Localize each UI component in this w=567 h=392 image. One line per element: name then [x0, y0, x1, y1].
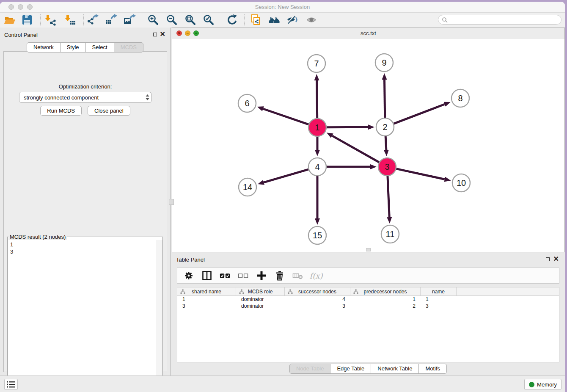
graph-node-9[interactable]: 9 [375, 54, 393, 72]
graph-edge-1-6[interactable] [263, 109, 308, 124]
function-builder-icon: f(x) [311, 270, 322, 281]
run-mcds-button[interactable]: Run MCDS [40, 106, 82, 116]
graph-edge-3-10[interactable] [396, 169, 444, 179]
table-panel-header: Table Panel ✕ [172, 256, 565, 264]
settings-gear-icon[interactable] [183, 270, 194, 281]
search-input[interactable] [449, 17, 561, 23]
control-panel-tabs: NetworkStyleSelectMCDS [0, 42, 171, 52]
table-cell: 1 [177, 296, 236, 302]
graph-node-11[interactable]: 11 [381, 225, 399, 243]
memory-status-icon [529, 382, 534, 387]
table-tabs: Node TableEdge TableNetwork TableMotifs [172, 364, 565, 374]
graph-node-15[interactable]: 15 [308, 226, 326, 244]
graph-node-14[interactable]: 14 [239, 178, 256, 196]
import-table-icon[interactable] [63, 14, 76, 26]
table-body: 1dominator4113dominator323 [177, 296, 559, 309]
graph-node-1[interactable]: 1 [308, 119, 326, 136]
select-all-checks-icon[interactable] [220, 270, 231, 281]
graph-node-8[interactable]: 8 [451, 89, 469, 107]
toolbar-separator [222, 14, 222, 25]
add-column-icon[interactable] [256, 270, 267, 281]
close-table-panel-icon[interactable]: ✕ [553, 255, 559, 263]
mcds-panel-body: Optimization criterion: strongly connect… [3, 51, 167, 372]
graph-edge-3-1[interactable] [332, 136, 379, 163]
tab-network[interactable]: Network [27, 42, 61, 52]
column-header-successor-nodes[interactable]: successor nodes [285, 287, 350, 295]
svg-text:15: 15 [313, 231, 322, 240]
show-all-networks-icon[interactable] [268, 14, 281, 26]
graph-edge-2-3[interactable] [385, 136, 386, 150]
svg-text:7: 7 [314, 59, 319, 68]
table-panel-title: Table Panel [176, 257, 205, 263]
node-table: shared nameMCDS rolesuccessor nodesprede… [177, 287, 559, 362]
deselect-all-checks-icon[interactable] [238, 270, 249, 281]
export-image-icon[interactable] [123, 14, 136, 26]
window-titlebar: Session: New Session [0, 2, 565, 13]
hide-selected-icon[interactable] [286, 14, 299, 26]
optimization-select[interactable]: strongly connected component [19, 92, 151, 103]
graph-edge-1-7[interactable] [317, 80, 317, 118]
task-history-button[interactable] [4, 379, 18, 390]
table-panel: Table Panel ✕ f(x) shared nameMCDS roles… [172, 253, 565, 378]
float-panel-icon[interactable] [153, 33, 157, 36]
close-panel-button[interactable]: Close panel [88, 106, 130, 116]
optimization-criterion-label: Optimization criterion: [4, 83, 167, 90]
column-header-predecessor-nodes[interactable]: predecessor nodes [350, 287, 421, 295]
network-canvas[interactable]: 7968124314101511 [172, 39, 564, 252]
tab-edge-table[interactable]: Edge Table [330, 364, 371, 374]
apply-layout-icon[interactable] [226, 14, 239, 26]
show-column-icon[interactable] [201, 270, 212, 281]
graph-node-2[interactable]: 2 [376, 118, 394, 136]
status-bar: Memory [0, 375, 565, 392]
search-field[interactable] [438, 15, 561, 25]
column-header-shared-name[interactable]: shared name [177, 287, 236, 295]
result-scrollbar[interactable] [156, 240, 162, 390]
graph-node-10[interactable]: 10 [452, 174, 470, 192]
zoom-out-icon[interactable] [165, 14, 178, 26]
tab-network-table[interactable]: Network Table [371, 364, 419, 374]
table-row[interactable]: 1dominator411 [177, 296, 559, 303]
graph-edge-3-11[interactable] [388, 176, 389, 217]
graph-node-6[interactable]: 6 [238, 94, 256, 112]
svg-text:3: 3 [385, 162, 389, 171]
graph-edge-1-2[interactable] [327, 127, 368, 127]
toolbar-separator [144, 14, 144, 25]
show-hidden-icon[interactable] [306, 14, 318, 26]
control-panel-title: Control Panel [4, 32, 38, 38]
column-header-name[interactable]: name [421, 287, 457, 295]
graph-edge-2-8[interactable] [394, 104, 445, 124]
close-panel-icon[interactable]: ✕ [160, 30, 165, 38]
clone-network-icon[interactable] [250, 14, 262, 26]
graph-edge-2-9[interactable] [385, 80, 385, 118]
tab-mcds[interactable]: MCDS [114, 42, 143, 52]
export-table-icon[interactable] [105, 14, 117, 26]
column-header-MCDS-role[interactable]: MCDS role [236, 287, 285, 295]
table-cell: dominator [236, 296, 285, 302]
graph-node-3[interactable]: 3 [378, 158, 396, 176]
tab-style[interactable]: Style [60, 42, 86, 52]
export-network-icon[interactable] [86, 14, 99, 26]
mcds-result-list: 1 3 [8, 240, 156, 390]
zoom-fit-icon[interactable] [184, 14, 197, 26]
optimization-select-value: strongly connected component [19, 94, 143, 101]
graph-edge-4-14[interactable] [264, 169, 308, 182]
tab-select[interactable]: Select [85, 42, 114, 52]
panel-splitter-handle[interactable] [169, 199, 174, 205]
tab-node-table[interactable]: Node Table [289, 364, 331, 374]
network-resize-handle[interactable] [366, 248, 371, 251]
graph-node-4[interactable]: 4 [308, 158, 326, 176]
tab-motifs[interactable]: Motifs [418, 364, 447, 374]
memory-button[interactable]: Memory [524, 379, 561, 390]
table-row[interactable]: 3dominator323 [177, 303, 559, 309]
svg-text:4: 4 [315, 162, 319, 171]
zoom-in-icon[interactable] [147, 14, 160, 26]
table-cell: 2 [350, 303, 421, 309]
open-session-icon[interactable] [3, 14, 16, 26]
delete-column-icon[interactable] [274, 270, 285, 281]
graph-node-7[interactable]: 7 [308, 55, 325, 72]
float-table-panel-icon[interactable] [546, 257, 550, 261]
zoom-selected-icon[interactable] [202, 14, 215, 26]
save-session-icon[interactable] [21, 14, 33, 26]
import-network-icon[interactable] [44, 14, 56, 26]
table-cell: 1 [421, 296, 457, 302]
